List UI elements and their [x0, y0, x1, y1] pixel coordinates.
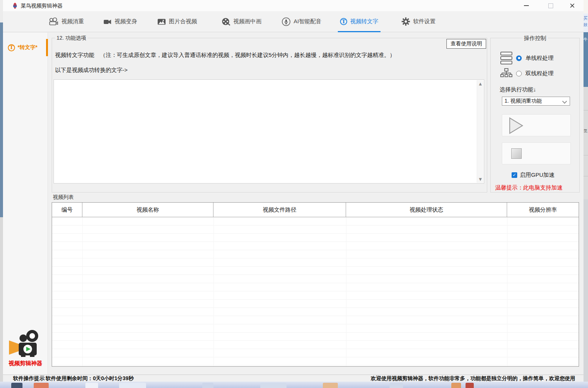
bg-right-segment: 牛: [584, 32, 588, 87]
table-row: [52, 275, 579, 283]
taskbar-item[interactable]: [323, 383, 338, 388]
converted-text-area[interactable]: ▲ ▼: [54, 79, 484, 184]
bg-right-segment: 复: [584, 87, 588, 199]
tab-video-dedup[interactable]: 视频消重: [45, 11, 88, 32]
window-title: 菜鸟视频剪辑神器: [21, 0, 63, 11]
sidebar: T *转文字* 视频剪辑神器: [3, 33, 48, 375]
column-divider: [213, 217, 214, 366]
double-thread-radio[interactable]: [516, 71, 522, 76]
close-button[interactable]: [566, 0, 579, 11]
taskbar-item[interactable]: [85, 383, 98, 388]
active-indicator-bar: [46, 39, 48, 56]
group-label: 操作控制: [522, 35, 548, 42]
tab-label: 软件设置: [413, 18, 436, 25]
tab-label: 图片合视频: [169, 18, 197, 25]
tab-label: 视频变身: [115, 18, 137, 25]
result-hint: 以下是视频成功转换的文字->: [55, 67, 128, 74]
double-thread-option[interactable]: 双线程处理: [500, 68, 554, 79]
table-row: [52, 366, 579, 366]
taskbar-item[interactable]: [466, 383, 474, 388]
taskbar: [0, 382, 588, 388]
table-header-row: 编号 视频名称 视频文件路径 视频处理状态 视频分辨率: [52, 203, 579, 217]
taskbar-item[interactable]: [11, 383, 22, 388]
view-instructions-button[interactable]: 查看使用说明: [446, 39, 486, 49]
table-row: [52, 250, 579, 258]
function-select[interactable]: 1. 视频消重功能: [502, 97, 570, 106]
logo-label: 视频剪辑神器: [3, 360, 48, 367]
scroll-up-icon[interactable]: ▲: [477, 82, 484, 86]
taskbar-item[interactable]: [390, 383, 403, 388]
stop-icon: [511, 148, 522, 159]
tab-label: 视频画中画: [233, 18, 261, 25]
minimize-icon: [524, 5, 529, 6]
tab-video-transform[interactable]: 视频变身: [100, 11, 141, 32]
app-window: 菜鸟视频剪辑神器 视频消重: [3, 0, 584, 382]
taskbar-item[interactable]: [451, 383, 461, 388]
tab-image-to-video[interactable]: 图片合视频: [154, 11, 201, 32]
sidebar-item-to-text[interactable]: T *转文字*: [3, 39, 48, 56]
tab-label: AI智能配音: [294, 18, 321, 25]
app-logo-icon: [12, 3, 18, 9]
tab-settings[interactable]: 软件设置: [398, 11, 439, 32]
column-header-index: 编号: [52, 203, 82, 217]
column-header-path: 视频文件路径: [213, 203, 346, 217]
play-icon: [509, 117, 524, 134]
t-circle-icon: T: [340, 18, 347, 25]
table-row: [52, 300, 579, 308]
table-row: [52, 225, 579, 234]
gear-icon: [401, 17, 410, 26]
picture-icon: [157, 18, 166, 25]
video-table-body: [52, 217, 579, 366]
table-row: [52, 316, 579, 324]
vertical-scrollbar[interactable]: ▲ ▼: [477, 80, 484, 183]
start-button[interactable]: [502, 114, 571, 136]
taskbar-item[interactable]: [34, 383, 49, 388]
table-row: [52, 258, 579, 267]
maximize-button[interactable]: [544, 0, 557, 11]
table-row: [52, 234, 579, 242]
single-thread-option[interactable]: 单线程处理: [500, 52, 554, 64]
tab-video-pip[interactable]: 视频画中画: [218, 11, 265, 32]
titlebar: 菜鸟视频剪辑神器: [3, 0, 584, 11]
table-row: [52, 333, 579, 341]
main-content: 12. 功能选项 查看使用说明 视频转文字功能 （注：可生成原创文章，建议导入普…: [48, 33, 584, 375]
tab-ai-dubbing[interactable]: AI智能配音: [278, 11, 325, 32]
chevron-down-icon: [562, 99, 567, 104]
gpu-support-tip: 温馨提示：此电脑支持加速: [495, 184, 563, 191]
gpu-checkbox-label: 启用GPU加速: [520, 172, 555, 179]
status-divider: [43, 376, 43, 381]
gpu-acceleration-option[interactable]: ✓ 启用GPU加速: [512, 172, 555, 179]
operation-control-group: 操作控制 单线程处理: [490, 38, 580, 193]
minimize-button[interactable]: [519, 0, 533, 11]
bg-right-segment: [584, 0, 588, 13]
table-row: [52, 357, 579, 366]
maximize-icon: [548, 3, 553, 8]
microphone-icon: [282, 17, 291, 26]
column-header-status: 视频处理状态: [346, 203, 507, 217]
bg-right-segment: 买 鼓: [584, 13, 588, 32]
app-logo: 视频剪辑神器: [3, 328, 48, 367]
tab-video-to-text[interactable]: T 视频转文字: [336, 11, 382, 32]
taskbar-item[interactable]: [119, 383, 146, 388]
t-circle-icon: T: [8, 44, 15, 51]
video-list-table[interactable]: 编号 视频名称 视频文件路径 视频处理状态 视频分辨率: [52, 202, 579, 367]
background-window-left-edge: [0, 0, 3, 382]
gpu-checkbox[interactable]: ✓: [512, 172, 517, 178]
video-camera-icon: [103, 18, 112, 25]
stop-button[interactable]: [502, 142, 571, 164]
bg-left-segment: [0, 0, 3, 22]
group-label: 12. 功能选项: [55, 35, 88, 42]
column-header-name: 视频名称: [82, 203, 213, 217]
column-divider: [82, 217, 83, 366]
taskbar-item[interactable]: [202, 383, 213, 388]
scroll-down-icon[interactable]: ▼: [477, 177, 484, 181]
table-row: [52, 291, 579, 300]
bg-right-segment: [584, 199, 588, 382]
remaining-time: 软件使用剩余时间：0天0小时1分39秒: [46, 375, 134, 382]
taskbar-item[interactable]: [260, 383, 287, 388]
statusbar: 软件操作提示： 软件使用剩余时间：0天0小时1分39秒 欢迎使用视频剪辑神器，软…: [3, 375, 584, 382]
single-thread-radio[interactable]: [516, 55, 522, 61]
close-icon: [570, 3, 575, 8]
table-row: [52, 308, 579, 316]
tab-label: 视频转文字: [350, 18, 378, 25]
